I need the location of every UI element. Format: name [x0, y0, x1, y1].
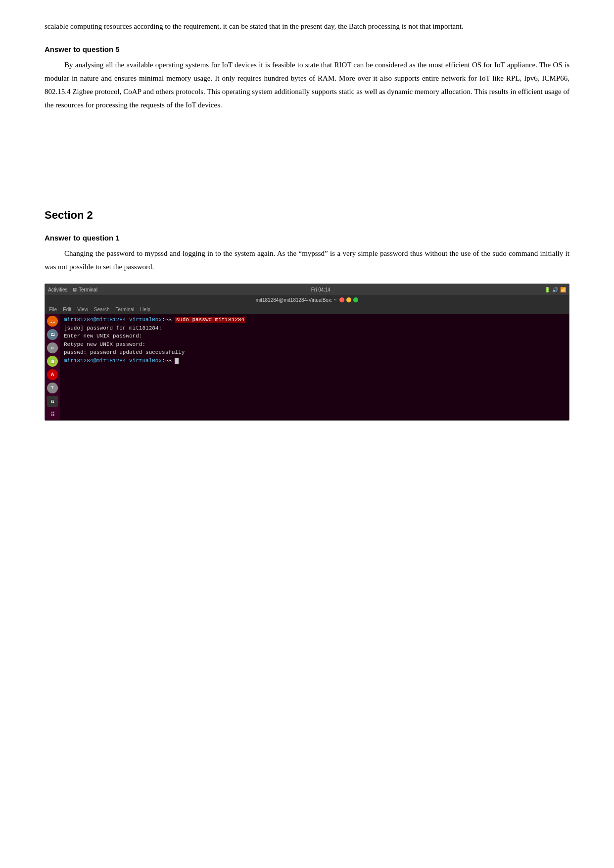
menu-terminal[interactable]: Terminal	[116, 307, 135, 312]
answer1-heading: Answer to question 1	[45, 234, 569, 242]
answer5-heading: Answer to question 5	[45, 45, 569, 53]
settings-icon: ⚙	[47, 342, 58, 353]
activities-label: Activities	[48, 287, 67, 292]
terminal-text-area: mit181284@mit181284-VirtualBox:~$ sudo p…	[60, 314, 569, 420]
terminal-menubar: File Edit View Search Terminal Help	[45, 305, 569, 314]
minimize-button[interactable]	[346, 297, 351, 302]
window-controls	[339, 297, 358, 302]
close-button[interactable]	[339, 297, 344, 302]
prompt1: mit181284@mit181284-VirtualBox	[64, 317, 162, 323]
section2-heading: Section 2	[45, 209, 569, 222]
battery-icon: 🔋	[544, 287, 550, 292]
notes-icon: 📋	[47, 356, 58, 367]
topbar-right: 🔋 🔊 📶	[544, 287, 566, 292]
cmd-line6: mit181284@mit181284-VirtualBox:~$	[64, 357, 565, 365]
volume-icon: 🔊	[552, 287, 558, 292]
spacer	[45, 120, 569, 179]
network-icon: 📶	[560, 287, 566, 292]
terminal-label: 🖥 Terminal	[72, 287, 97, 292]
a-icon: A	[47, 369, 58, 380]
files-icon: 🗂	[47, 329, 58, 340]
cursor	[175, 358, 179, 364]
help-icon: ?	[47, 383, 58, 393]
cmd-highlight: sudo passwd mit181284	[175, 317, 245, 323]
menu-help[interactable]: Help	[140, 307, 150, 312]
intro-paragraph: scalable computing resources according t…	[45, 20, 569, 33]
cmd-line1: mit181284@mit181284-VirtualBox:~$ sudo p…	[64, 316, 565, 324]
prompt2: mit181284@mit181284-VirtualBox	[64, 358, 162, 364]
cmd-line3: Enter new UNIX password:	[64, 332, 565, 340]
menu-search[interactable]: Search	[94, 307, 110, 312]
left-sidebar: 🦊 🗂 ⚙ 📋 A ? a ⠿	[45, 314, 60, 420]
window-title: mit181284@mit181284-VirtualBox: ~	[256, 297, 337, 303]
grid-icon: ⠿	[47, 409, 58, 420]
text-icon: a	[47, 396, 58, 407]
page: scalable computing resources according t…	[0, 0, 614, 868]
answer1-paragraph: Changing the password to mypssd and logg…	[45, 247, 569, 274]
terminal-body: 🦊 🗂 ⚙ 📋 A ? a ⠿ mit181284@mit181284-Virt…	[45, 314, 569, 420]
answer5-paragraph: By analysing all the available operating…	[45, 58, 569, 112]
topbar-left: Activities 🖥 Terminal	[48, 287, 97, 292]
firefox-icon: 🦊	[47, 316, 58, 327]
cmd-line4: Retype new UNIX password:	[64, 340, 565, 349]
terminal-titlebar: mit181284@mit181284-VirtualBox: ~	[45, 295, 569, 305]
menu-view[interactable]: View	[77, 307, 88, 312]
topbar-time: Fri 04:14	[97, 287, 544, 292]
menu-edit[interactable]: Edit	[63, 307, 71, 312]
cmd-line5: passwd: password updated successfully	[64, 348, 565, 357]
cmd-line2: [sudo] password for mit181284:	[64, 324, 565, 333]
menu-file[interactable]: File	[49, 307, 57, 312]
terminal-screenshot: Activities 🖥 Terminal Fri 04:14 🔋 🔊 📶 mi…	[45, 284, 569, 421]
terminal-topbar: Activities 🖥 Terminal Fri 04:14 🔋 🔊 📶	[45, 284, 569, 295]
maximize-button[interactable]	[353, 297, 358, 302]
